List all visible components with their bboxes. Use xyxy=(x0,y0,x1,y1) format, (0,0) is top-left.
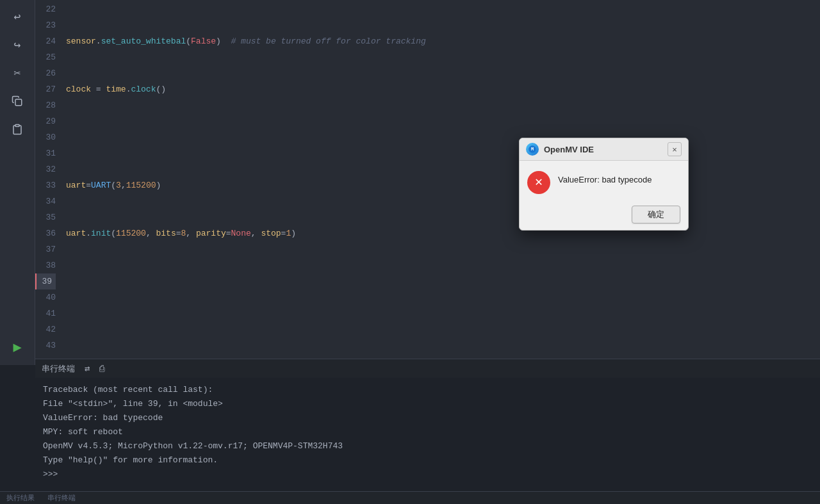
statusbar-left: 执行结果 xyxy=(6,493,35,503)
error-x-symbol: ✕ xyxy=(535,176,543,189)
dialog-footer: 确定 xyxy=(520,202,688,230)
line-numbers: 22 23 24 25 26 27 28 29 30 31 32 33 34 3… xyxy=(35,0,61,359)
terminal-line-5: OpenMV v4.5.3; MicroPython v1.22-omv.r17… xyxy=(43,439,812,453)
dialog-ok-button[interactable]: 确定 xyxy=(632,206,680,224)
terminal-clear-icon[interactable]: ⎙ xyxy=(99,364,104,374)
terminal-tab[interactable]: 串行终端 xyxy=(42,363,75,375)
paste-icon[interactable] xyxy=(6,118,29,141)
terminal-body[interactable]: Traceback (most recent call last): File … xyxy=(35,378,820,491)
terminal-line-1: Traceback (most recent call last): xyxy=(43,383,812,397)
scissors-icon[interactable]: ✂ xyxy=(6,61,29,85)
terminal-line-7: >>> xyxy=(43,467,812,482)
error-dialog[interactable]: M OpenMV IDE × ✕ ValueError: bad typecod… xyxy=(519,138,689,231)
redo-icon[interactable]: ↪ xyxy=(6,33,29,56)
statusbar: 执行结果 串行终端 xyxy=(0,491,820,504)
dialog-titlebar: M OpenMV IDE × xyxy=(520,138,688,161)
dialog-title: OpenMV IDE xyxy=(544,145,662,154)
sidebar: ↩ ↪ ✂ ▶ xyxy=(0,0,35,365)
statusbar-right: 串行终端 xyxy=(47,493,76,503)
terminal-line-3: ValueError: bad typecode xyxy=(43,411,812,425)
terminal-tab-label: 串行终端 xyxy=(42,363,75,375)
dialog-message: ValueError: bad typecode xyxy=(558,171,652,184)
terminal-line-4: MPY: soft reboot xyxy=(43,425,812,439)
terminal-line-2: File "<stdin>", line 39, in <module> xyxy=(43,397,812,411)
dialog-body: ✕ ValueError: bad typecode xyxy=(520,161,688,202)
svg-rect-0 xyxy=(15,99,22,106)
dialog-error-icon: ✕ xyxy=(527,171,550,194)
svg-rect-1 xyxy=(15,125,19,127)
terminal-connect-icon[interactable]: ⇄ xyxy=(85,363,90,374)
svg-text:M: M xyxy=(531,147,534,152)
code-lines[interactable]: sensor.set_auto_whitebal(False) # must b… xyxy=(61,0,820,359)
dialog-app-icon: M xyxy=(526,143,539,156)
run-icon[interactable]: ▶ xyxy=(6,336,29,359)
code-editor[interactable]: 22 23 24 25 26 27 28 29 30 31 32 33 34 3… xyxy=(35,0,820,359)
copy-icon[interactable] xyxy=(6,90,29,113)
terminal-line-6: Type "help()" for more information. xyxy=(43,453,812,467)
terminal-header: 串行终端 ⇄ ⎙ xyxy=(35,359,820,378)
dialog-close-button[interactable]: × xyxy=(668,142,682,156)
undo-icon[interactable]: ↩ xyxy=(6,5,29,28)
